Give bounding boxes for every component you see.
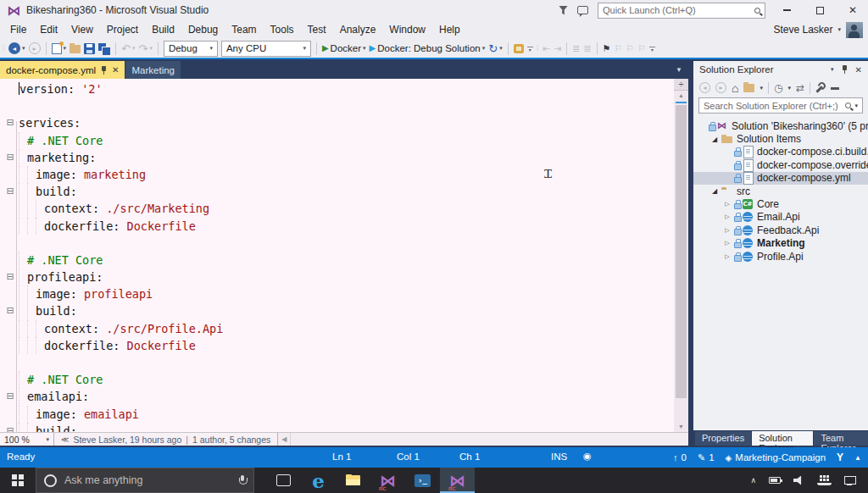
character-indicator[interactable]: Ch 1 <box>459 451 480 462</box>
start-button[interactable] <box>0 468 36 493</box>
pin-icon[interactable] <box>101 66 107 75</box>
expander-icon[interactable]: ▷ <box>723 201 732 208</box>
collapse-region-icon[interactable]: ⊟ <box>2 388 19 405</box>
sync-with-active-document-icon[interactable]: ⇄ <box>796 83 804 93</box>
solution-search-box[interactable]: ▾ <box>698 97 863 114</box>
close-icon[interactable]: ✕ <box>112 66 119 75</box>
tree-item[interactable]: docker-compose.ci.build.yml <box>693 146 868 158</box>
comment-icon[interactable]: ≣ <box>572 44 580 53</box>
filter-icon[interactable] <box>559 6 568 15</box>
powershell-taskbar-icon[interactable] <box>405 468 440 493</box>
panel-titlebar[interactable]: Solution Explorer ▾ ✕ <box>693 61 868 78</box>
tree-item[interactable]: ▷Core <box>693 197 868 210</box>
switch-views-icon[interactable] <box>743 84 754 92</box>
forward-icon[interactable]: ▸ <box>715 82 726 93</box>
code-line[interactable]: ⊟services: <box>0 114 674 131</box>
previous-bookmark-icon[interactable]: ⚐ <box>614 44 622 53</box>
new-project-button[interactable]: ▾ <box>52 43 67 54</box>
menu-item[interactable]: Tools <box>264 21 301 38</box>
document-list-caret-icon[interactable]: ▼ <box>676 61 688 79</box>
tree-item[interactable]: Solution 'Bikesharing360' (5 projects) <box>693 119 868 132</box>
home-icon[interactable]: ⌂ <box>732 82 738 94</box>
next-bookmark-icon[interactable]: ⚐ <box>626 44 634 53</box>
volume-icon[interactable] <box>793 476 804 485</box>
collapse-region-icon[interactable]: ⊟ <box>2 269 19 285</box>
pending-changes-filter-icon[interactable]: ◷ <box>774 83 782 93</box>
panel-tab[interactable]: Properties <box>695 431 751 446</box>
quick-launch-box[interactable] <box>598 3 765 19</box>
menu-item[interactable]: File <box>3 21 33 38</box>
menu-item[interactable]: Debug <box>181 21 225 38</box>
caret-icon[interactable]: ▾ <box>787 85 791 91</box>
editor-zoom-dropdown[interactable]: 100 %▾ <box>0 433 54 446</box>
cortana-search-box[interactable] <box>36 468 254 493</box>
close-button[interactable]: ✕ <box>841 2 865 19</box>
vertical-scrollbar[interactable]: ÷ ▲ ▼ <box>674 79 688 432</box>
code-line[interactable]: # .NET Core <box>0 252 674 269</box>
code-line[interactable]: ⊟emailapi: <box>0 388 674 405</box>
open-file-button[interactable] <box>70 45 81 53</box>
collapse-region-icon[interactable]: ⊟ <box>2 183 19 200</box>
publish-icon[interactable] <box>514 44 524 53</box>
save-button[interactable] <box>84 43 95 54</box>
tree-item[interactable]: docker-compose.override.yml <box>693 158 868 171</box>
code-line[interactable] <box>0 354 674 371</box>
visual-studio-taskbar-icon[interactable]: ⋈RC <box>440 468 475 493</box>
docker-debug-solution-button[interactable]: ▶Docker: Debug Solution▾ <box>370 43 486 53</box>
minimize-button[interactable] <box>775 2 798 19</box>
docker-icon[interactable] <box>817 475 832 485</box>
caret-icon[interactable]: ▾ <box>760 85 763 91</box>
file-explorer-taskbar-icon[interactable] <box>336 468 370 493</box>
expander-icon[interactable]: ▷ <box>723 227 732 234</box>
scroll-up-icon[interactable]: ▲ <box>678 91 684 101</box>
collapse-region-icon[interactable]: ⊟ <box>2 302 19 319</box>
tree-item[interactable]: ◢Solution Items <box>693 132 868 145</box>
indent-decrease-icon[interactable]: ⇤ <box>542 44 550 53</box>
toolbar-grip[interactable]: ⁞ <box>537 44 539 53</box>
outgoing-commits[interactable]: ↑0 <box>673 452 687 463</box>
tab-docker-compose-yml[interactable]: docker-compose.yml ✕ <box>0 61 125 79</box>
code-line[interactable]: ⊟profileapi: <box>0 269 674 285</box>
code-line[interactable]: context: ./src/Profile.Api <box>0 320 674 337</box>
column-indicator[interactable]: Col 1 <box>397 451 420 462</box>
menu-item[interactable]: Build <box>145 21 181 38</box>
menu-item[interactable]: Window <box>382 21 432 38</box>
code-lines[interactable]: version: '2'⊟services:# .NET Core⊟market… <box>0 79 674 432</box>
solution-configurations-dropdown[interactable]: Debug▾ <box>164 41 218 57</box>
panel-tab[interactable]: Solution Explorer <box>752 431 813 446</box>
code-line[interactable]: dockerfile: Dockerfile <box>0 337 674 354</box>
record-icon[interactable]: ◉ <box>583 451 592 462</box>
codelens-status[interactable]: ≪ Steve Lasker, 19 hours ago | 1 author,… <box>54 433 278 446</box>
collapse-region-icon[interactable]: ⊟ <box>2 149 19 166</box>
tree-item[interactable]: ▷Email.Api <box>693 211 868 224</box>
close-icon[interactable]: ✕ <box>855 65 862 75</box>
clear-bookmarks-icon[interactable]: ⚐ <box>637 44 646 53</box>
menu-item[interactable]: Project <box>100 21 145 38</box>
redo-button[interactable]: ↷▾ <box>138 43 152 54</box>
expand-caret-icon[interactable]: ▲ <box>854 454 861 462</box>
signed-in-user[interactable]: Steve Lasker <box>773 24 832 36</box>
code-line[interactable]: image: marketing <box>0 166 674 183</box>
window-position-caret-icon[interactable]: ▾ <box>831 66 834 73</box>
tab-marketing[interactable]: Marketing <box>125 61 181 79</box>
visual-studio-taskbar-icon[interactable]: ⋈RC <box>370 468 405 493</box>
properties-wrench-icon[interactable] <box>815 83 826 93</box>
solution-search-input[interactable] <box>704 101 842 111</box>
current-branch[interactable]: ◈Marketing-Campaign <box>726 452 826 463</box>
indent-increase-icon[interactable]: ⇥ <box>554 44 561 53</box>
battery-icon[interactable] <box>769 477 781 484</box>
code-line[interactable]: ⊟build: <box>0 302 674 319</box>
microphone-icon[interactable] <box>238 475 246 486</box>
scroll-left-icon[interactable]: ◀ <box>278 433 291 446</box>
expander-icon[interactable]: ▷ <box>723 253 732 260</box>
code-line[interactable]: ⊟marketing: <box>0 149 674 166</box>
expander-icon[interactable]: ◢ <box>710 187 719 195</box>
scrollbar-thumb[interactable] <box>676 105 687 398</box>
split-editor-handle[interactable]: ÷ <box>674 79 688 91</box>
tree-item[interactable]: docker-compose.yml <box>693 172 868 185</box>
fork-icon[interactable]: Y <box>837 451 843 463</box>
expander-icon[interactable]: ▷ <box>723 213 732 220</box>
toolbar-grip[interactable]: ⁞ <box>3 44 5 53</box>
solution-platforms-dropdown[interactable]: Any CPU▾ <box>221 41 311 57</box>
code-line[interactable]: dockerfile: Dockerfile <box>0 218 674 235</box>
